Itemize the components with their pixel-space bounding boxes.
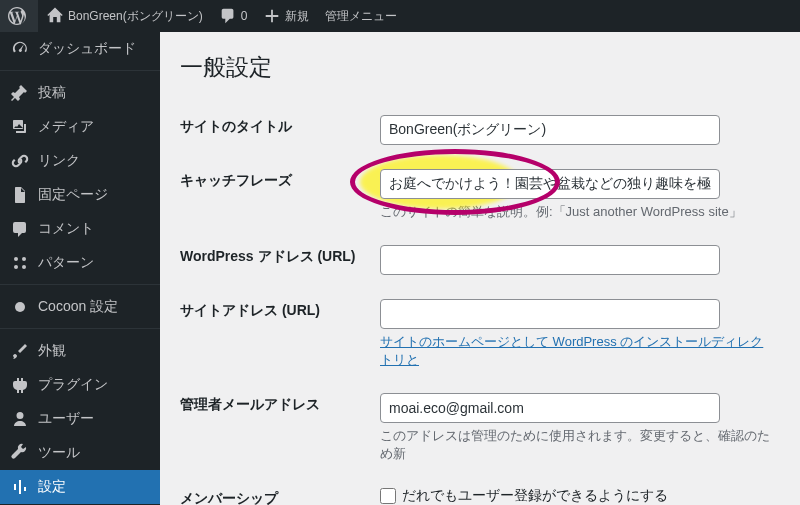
sidebar-item-label: 投稿 bbox=[38, 84, 66, 102]
menu-separator bbox=[0, 66, 160, 71]
sidebar-item-posts[interactable]: 投稿 bbox=[0, 76, 160, 110]
field-label-membership: メンバーシップ bbox=[180, 475, 380, 505]
sidebar-item-cocoon[interactable]: Cocoon 設定 bbox=[0, 290, 160, 324]
tagline-input[interactable] bbox=[380, 169, 720, 199]
membership-checkbox[interactable] bbox=[380, 488, 396, 504]
pin-icon bbox=[10, 83, 30, 103]
main-content: 一般設定 サイトのタイトル キャッチフレーズ このサイトの簡単な説明。例:「Ju… bbox=[160, 32, 800, 505]
sidebar-item-pages[interactable]: 固定ページ bbox=[0, 178, 160, 212]
wrench-icon bbox=[10, 443, 30, 463]
page-icon bbox=[10, 185, 30, 205]
field-label-site-url: サイトアドレス (URL) bbox=[180, 287, 380, 381]
page-title: 一般設定 bbox=[180, 52, 780, 83]
new-content-link[interactable]: 新規 bbox=[255, 0, 317, 32]
settings-form: サイトのタイトル キャッチフレーズ このサイトの簡単な説明。例:「Just an… bbox=[180, 103, 780, 505]
comments-count: 0 bbox=[241, 9, 248, 23]
membership-checkbox-label: だれでもユーザー登録ができるようにする bbox=[402, 487, 668, 505]
sidebar-item-patterns[interactable]: パターン bbox=[0, 246, 160, 280]
site-home-link[interactable]: BonGreen(ボングリーン) bbox=[38, 0, 211, 32]
sidebar-item-label: ユーザー bbox=[38, 410, 94, 428]
site-url-help-link[interactable]: サイトのホームページとして WordPress のインストールディレクトリと bbox=[380, 334, 763, 367]
admin-bar: BonGreen(ボングリーン) 0 新規 管理メニュー bbox=[0, 0, 800, 32]
svg-point-3 bbox=[22, 265, 26, 269]
comment-icon bbox=[219, 7, 237, 25]
plugin-icon bbox=[10, 375, 30, 395]
admin-menu-label: 管理メニュー bbox=[325, 8, 397, 25]
sidebar-item-label: ダッシュボード bbox=[38, 40, 136, 58]
menu-separator bbox=[0, 324, 160, 329]
sidebar-item-settings[interactable]: 設定 bbox=[0, 470, 160, 504]
admin-menu-link[interactable]: 管理メニュー bbox=[317, 0, 405, 32]
field-label-tagline: キャッチフレーズ bbox=[180, 157, 380, 233]
new-label: 新規 bbox=[285, 8, 309, 25]
sidebar-item-label: Cocoon 設定 bbox=[38, 298, 118, 316]
sidebar-item-tools[interactable]: ツール bbox=[0, 436, 160, 470]
sidebar-item-label: 設定 bbox=[38, 478, 66, 496]
media-icon bbox=[10, 117, 30, 137]
menu-separator bbox=[0, 280, 160, 285]
sidebar-item-comments[interactable]: コメント bbox=[0, 212, 160, 246]
settings-icon bbox=[10, 477, 30, 497]
field-label-wp-url: WordPress アドレス (URL) bbox=[180, 233, 380, 287]
sidebar-item-appearance[interactable]: 外観 bbox=[0, 334, 160, 368]
wp-logo-menu[interactable] bbox=[0, 0, 38, 32]
wordpress-icon bbox=[8, 7, 26, 25]
field-label-admin-email: 管理者メールアドレス bbox=[180, 381, 380, 475]
sidebar-item-links[interactable]: リンク bbox=[0, 144, 160, 178]
brush-icon bbox=[10, 341, 30, 361]
tagline-description: このサイトの簡単な説明。例:「Just another WordPress si… bbox=[380, 203, 770, 221]
user-icon bbox=[10, 409, 30, 429]
svg-point-4 bbox=[15, 302, 25, 312]
sidebar-item-label: コメント bbox=[38, 220, 94, 238]
admin-email-description: このアドレスは管理のために使用されます。変更すると、確認のため新 bbox=[380, 427, 770, 463]
sidebar-item-dashboard[interactable]: ダッシュボード bbox=[0, 32, 160, 66]
sidebar-item-media[interactable]: メディア bbox=[0, 110, 160, 144]
comments-link[interactable]: 0 bbox=[211, 0, 256, 32]
admin-sidebar: ダッシュボード 投稿 メディア リンク 固定ページ コメント パターン bbox=[0, 32, 160, 505]
admin-email-input[interactable] bbox=[380, 393, 720, 423]
svg-point-0 bbox=[14, 257, 18, 261]
site-title-input[interactable] bbox=[380, 115, 720, 145]
sidebar-item-users[interactable]: ユーザー bbox=[0, 402, 160, 436]
plus-icon bbox=[263, 7, 281, 25]
site-url-input[interactable] bbox=[380, 299, 720, 329]
comment-icon bbox=[10, 219, 30, 239]
sidebar-item-label: 外観 bbox=[38, 342, 66, 360]
svg-point-2 bbox=[14, 265, 18, 269]
sidebar-item-label: ツール bbox=[38, 444, 80, 462]
svg-point-1 bbox=[22, 257, 26, 261]
link-icon bbox=[10, 151, 30, 171]
dashboard-icon bbox=[10, 39, 30, 59]
sidebar-item-label: リンク bbox=[38, 152, 80, 170]
home-icon bbox=[46, 7, 64, 25]
sidebar-item-label: パターン bbox=[38, 254, 94, 272]
sidebar-item-label: プラグイン bbox=[38, 376, 108, 394]
wp-url-input[interactable] bbox=[380, 245, 720, 275]
site-name: BonGreen(ボングリーン) bbox=[68, 8, 203, 25]
sidebar-item-label: メディア bbox=[38, 118, 94, 136]
sidebar-item-label: 固定ページ bbox=[38, 186, 108, 204]
field-label-site-title: サイトのタイトル bbox=[180, 103, 380, 157]
patterns-icon bbox=[10, 253, 30, 273]
sidebar-item-plugins[interactable]: プラグイン bbox=[0, 368, 160, 402]
cocoon-icon bbox=[10, 297, 30, 317]
